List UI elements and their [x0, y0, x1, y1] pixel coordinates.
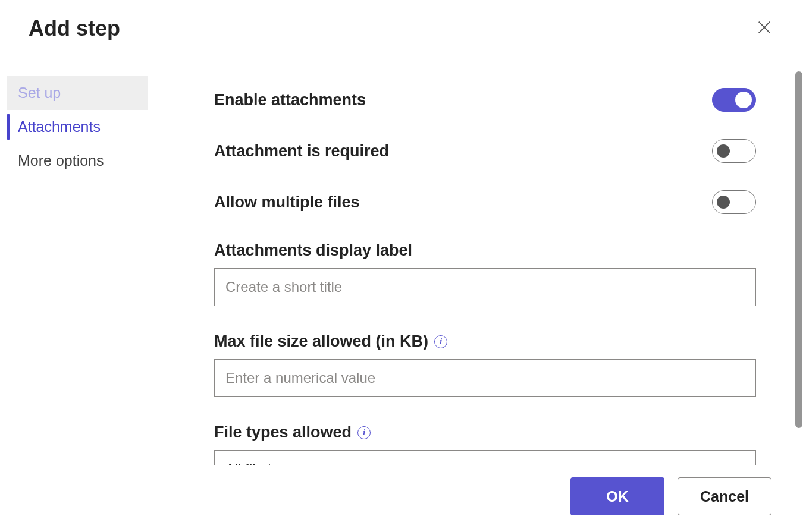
row-attachment-required: Attachment is required [214, 139, 756, 163]
scrollbar[interactable] [795, 71, 802, 428]
toggle-attachment-required[interactable] [712, 139, 756, 163]
toggle-knob [717, 196, 730, 209]
chevron-down-icon [734, 464, 745, 465]
sidebar-item-setup[interactable]: Set up [7, 76, 148, 110]
toggle-enable-attachments[interactable] [712, 88, 756, 112]
label-enable-attachments: Enable attachments [214, 91, 366, 109]
sidebar-item-label: Attachments [18, 118, 101, 135]
sidebar-item-more-options[interactable]: More options [7, 144, 148, 178]
toggle-allow-multiple[interactable] [712, 190, 756, 214]
sidebar-item-attachments[interactable]: Attachments [7, 110, 148, 144]
row-enable-attachments: Enable attachments [214, 88, 756, 112]
label-max-size-text: Max file size allowed (in KB) [214, 332, 428, 351]
dialog-body: Set up Attachments More options Enable a… [0, 59, 806, 465]
sidebar: Set up Attachments More options [0, 59, 155, 465]
dialog-footer: OK Cancel [0, 465, 806, 532]
ok-button[interactable]: OK [570, 477, 664, 515]
dialog-header: Add step [0, 0, 806, 59]
close-icon [756, 19, 773, 36]
add-step-dialog: Add step Set up Attachments More options… [0, 0, 806, 532]
label-file-types-text: File types allowed [214, 423, 352, 442]
dialog-title: Add step [29, 16, 120, 41]
info-icon[interactable]: i [357, 426, 371, 439]
toggle-knob [735, 92, 752, 108]
label-attachment-required: Attachment is required [214, 142, 389, 160]
input-max-size[interactable] [214, 359, 756, 397]
field-max-size: Max file size allowed (in KB) i [214, 332, 756, 397]
cancel-button[interactable]: Cancel [678, 477, 771, 515]
select-file-types[interactable]: All file types [214, 450, 756, 465]
row-allow-multiple: Allow multiple files [214, 190, 756, 214]
sidebar-item-label: Set up [18, 84, 61, 101]
label-display-label: Attachments display label [214, 241, 756, 260]
input-display-label[interactable] [214, 268, 756, 306]
label-file-types: File types allowed i [214, 423, 756, 442]
label-allow-multiple: Allow multiple files [214, 193, 360, 212]
content-wrap: Enable attachments Attachment is require… [155, 59, 806, 465]
close-button[interactable] [751, 14, 777, 42]
content: Enable attachments Attachment is require… [155, 59, 792, 465]
field-file-types: File types allowed i All file types [214, 423, 756, 465]
label-max-size: Max file size allowed (in KB) i [214, 332, 756, 351]
select-file-types-value: All file types [225, 461, 302, 465]
sidebar-item-label: More options [18, 152, 104, 169]
field-display-label: Attachments display label [214, 241, 756, 306]
info-icon[interactable]: i [434, 335, 447, 348]
toggle-knob [717, 144, 730, 158]
